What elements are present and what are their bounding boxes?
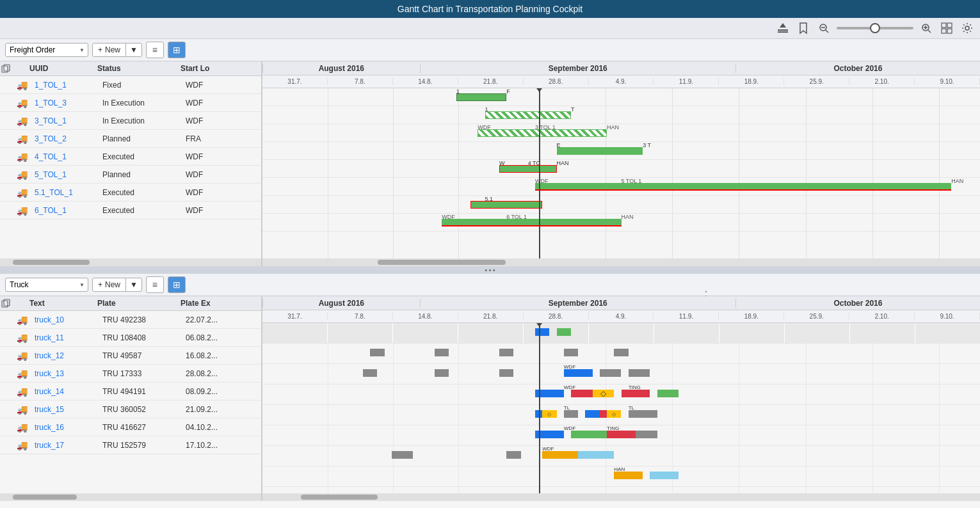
truck-id[interactable]: truck_12: [32, 351, 102, 360]
truck-gantt-scrollbar[interactable]: [262, 493, 980, 501]
truck14-bar4[interactable]: [585, 410, 599, 418]
truck15-bar3[interactable]: [607, 431, 636, 438]
truck14-bar3[interactable]: [564, 410, 578, 418]
row-uuid[interactable]: 6_TOL_1: [32, 206, 102, 215]
truck16-bar3[interactable]: [542, 451, 578, 459]
freight-order-new-btn[interactable]: + New ▼: [92, 43, 142, 57]
table-row[interactable]: 🚚 4_TOL_1 Executed WDF: [0, 148, 261, 166]
truck-id[interactable]: truck_15: [32, 405, 102, 414]
table-row[interactable]: 🚚 5_TOL_1 Planned WDF: [0, 166, 261, 184]
truck10-bar2[interactable]: [557, 328, 571, 336]
truck-gantt-scrollbar-thumb[interactable]: [301, 495, 378, 500]
table-row[interactable]: 🚚 5.1_TOL_1 Executed WDF: [0, 184, 261, 202]
row-uuid[interactable]: 3_TOL_2: [32, 134, 102, 143]
zoom-slider[interactable]: [837, 27, 913, 29]
list-item[interactable]: 🚚 truck_17 TRU 152579 17.10.2...: [0, 436, 261, 454]
list-item[interactable]: 🚚 truck_14 TRU 494191 08.09.2...: [0, 383, 261, 401]
truck14-bar6[interactable]: [629, 410, 643, 418]
truck17-bar2[interactable]: [650, 472, 679, 479]
truck13-bar4[interactable]: [657, 390, 679, 397]
truck12-bar2[interactable]: [435, 369, 449, 377]
truck-list-scrollbar-thumb[interactable]: [13, 495, 77, 500]
table-row[interactable]: 🚚 3_TOL_1 In Execution WDF: [0, 112, 261, 130]
list-item[interactable]: 🚚 truck_10 TRU 492238 22.07.2...: [0, 311, 261, 329]
truck11-bar4[interactable]: [564, 349, 578, 356]
grid-settings-icon[interactable]: [939, 20, 954, 36]
truck13-bar2[interactable]: [571, 390, 593, 397]
truck16-bar4[interactable]: [578, 451, 614, 459]
truck11-bar2[interactable]: [435, 349, 449, 356]
row-uuid[interactable]: 1_TOL_1: [32, 81, 102, 90]
bar-5tol1[interactable]: [535, 183, 951, 191]
truck-id[interactable]: truck_14: [32, 387, 102, 396]
row-uuid[interactable]: 4_TOL_1: [32, 152, 102, 161]
freight-order-new-btn-main[interactable]: + New: [93, 44, 126, 56]
truck-id[interactable]: truck_11: [32, 333, 102, 342]
truck-id[interactable]: truck_16: [32, 423, 102, 432]
truck-select-wrapper[interactable]: Truck: [5, 278, 88, 292]
bookmark-icon[interactable]: [796, 20, 811, 36]
truck14-bar7[interactable]: [643, 410, 657, 418]
truck-select[interactable]: Truck: [5, 278, 88, 292]
truck-new-dropdown[interactable]: ▼: [126, 278, 141, 291]
truck11-bar1[interactable]: [370, 349, 384, 356]
truck-id[interactable]: truck_17: [32, 441, 102, 450]
truck13-diamond[interactable]: ◇: [593, 390, 615, 397]
bar-3tol2[interactable]: [557, 147, 643, 155]
list-item[interactable]: 🚚 truck_16 TRU 416627 04.10.2...: [0, 418, 261, 436]
row-uuid[interactable]: 3_TOL_1: [32, 116, 102, 125]
freight-order-list-view-btn[interactable]: ≡: [146, 42, 164, 58]
list-scrollbar-thumb[interactable]: [13, 260, 90, 265]
truck14-diamond2[interactable]: ◇: [607, 410, 621, 418]
truck16-bar1[interactable]: [392, 451, 414, 459]
truck13-bar3[interactable]: [622, 390, 650, 397]
table-row[interactable]: 🚚 6_TOL_1 Executed WDF: [0, 202, 261, 219]
truck-new-btn-main[interactable]: + New: [93, 278, 126, 291]
truck15-bar2[interactable]: [571, 431, 607, 438]
truck16-bar2[interactable]: [506, 451, 520, 459]
gantt-scrollbar-thumb[interactable]: [378, 260, 506, 265]
row-uuid[interactable]: 5_TOL_1: [32, 170, 102, 179]
list-item[interactable]: 🚚 truck_12 TRU 49587 16.08.2...: [0, 347, 261, 365]
zoom-out-icon[interactable]: [816, 20, 831, 36]
truck-new-btn[interactable]: + New ▼: [92, 278, 142, 292]
bar-6tol1[interactable]: [442, 219, 621, 226]
truck14-bar5[interactable]: [600, 410, 607, 418]
truck12-bar5[interactable]: [600, 369, 622, 377]
truck14-diamond1[interactable]: ◇: [542, 410, 556, 418]
bar-5-1tol1[interactable]: [470, 201, 542, 209]
truck11-bar3[interactable]: [499, 349, 513, 356]
truck11-bar5[interactable]: [614, 349, 628, 356]
panel-divider[interactable]: • • •: [0, 266, 980, 274]
bar-1tol3[interactable]: [485, 111, 572, 119]
row-uuid[interactable]: 5.1_TOL_1: [32, 188, 102, 197]
table-row[interactable]: 🚚 1_TOL_3 In Execution WDF: [0, 94, 261, 112]
freight-order-grid-view-btn[interactable]: ⊞: [168, 42, 186, 58]
truck10-bar1[interactable]: [535, 328, 549, 336]
truck15-bar4[interactable]: [636, 431, 657, 438]
freight-order-select[interactable]: Freight Order: [5, 43, 88, 57]
export-icon[interactable]: [775, 20, 791, 36]
truck-grid-view-btn[interactable]: ⊞: [168, 276, 186, 293]
truck-id[interactable]: truck_13: [32, 369, 102, 378]
truck12-bar3[interactable]: [499, 369, 513, 377]
freight-order-new-dropdown[interactable]: ▼: [126, 44, 141, 56]
truck-list-scrollbar[interactable]: [0, 493, 261, 501]
gantt-scrollbar[interactable]: [262, 258, 980, 266]
truck-id[interactable]: truck_10: [32, 315, 102, 324]
table-row[interactable]: 🚚 1_TOL_1 Fixed WDF: [0, 76, 261, 94]
truck12-bar1[interactable]: [363, 369, 377, 377]
truck12-bar4[interactable]: [564, 369, 593, 377]
list-scrollbar[interactable]: [0, 258, 261, 266]
truck12-bar6[interactable]: [629, 369, 650, 377]
list-item[interactable]: 🚚 truck_13 TRU 17333 28.08.2...: [0, 365, 261, 383]
truck-list-view-btn[interactable]: ≡: [146, 276, 164, 293]
zoom-in-icon[interactable]: [919, 20, 934, 36]
list-item[interactable]: 🚚 truck_15 TRU 360052 21.09.2...: [0, 401, 261, 418]
row-uuid[interactable]: 1_TOL_3: [32, 99, 102, 107]
list-item[interactable]: 🚚 truck_11 TRU 108408 06.08.2...: [0, 329, 261, 347]
table-row[interactable]: 🚚 3_TOL_2 Planned FRA: [0, 130, 261, 148]
settings-icon[interactable]: [960, 20, 975, 36]
bar-1tol1[interactable]: [456, 93, 506, 101]
freight-order-select-wrapper[interactable]: Freight Order: [5, 43, 88, 57]
